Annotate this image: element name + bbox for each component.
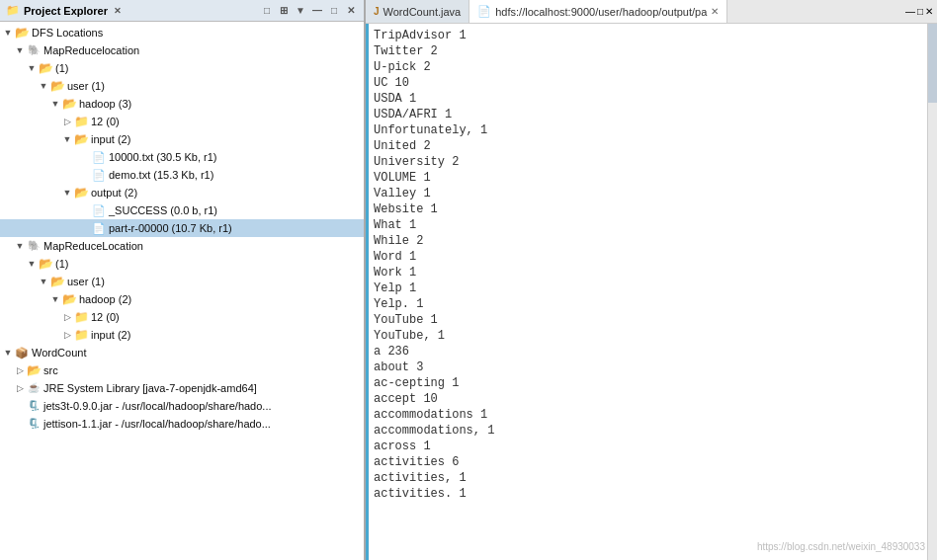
tree-item-mapreducelocation-2[interactable]: ▼ 🐘 MapReduceLocation xyxy=(0,237,364,255)
file-line: What 1 xyxy=(374,217,929,233)
toggle-input2-2[interactable]: ▷ xyxy=(61,327,73,343)
restore-icon[interactable]: □ xyxy=(327,4,341,18)
tree-item-12-0-2[interactable]: ▷ 📁 12 (0) xyxy=(0,308,364,326)
tree-item-src[interactable]: ▷ 📂 src xyxy=(0,361,364,379)
tab-hdfs-file[interactable]: 📄 hdfs://localhost:9000/user/hadoop/outp… xyxy=(469,0,727,23)
input2-label: input (2) xyxy=(91,131,130,147)
toggle-src[interactable]: ▷ xyxy=(14,362,26,378)
toggle-user1[interactable]: ▼ xyxy=(38,78,49,94)
tab-hdfs-close-button[interactable]: ✕ xyxy=(711,6,719,17)
panel-close-icon[interactable]: — xyxy=(310,4,324,18)
tree-item-jets3t[interactable]: 🗜️ jets3t-0.9.0.jar - /usr/local/hadoop/… xyxy=(0,397,364,415)
elephant-icon-2: 🐘 xyxy=(26,239,42,253)
panel-header-left: 📁 Project Explorer ✕ xyxy=(6,4,122,17)
toggle-input2[interactable]: ▼ xyxy=(61,131,73,147)
tree-item-input2-2[interactable]: ▷ 📁 input (2) xyxy=(0,326,364,344)
toggle-hadoop3[interactable]: ▼ xyxy=(49,96,61,112)
file-success-icon: 📄 xyxy=(91,203,107,217)
toggle-hadoop2[interactable]: ▼ xyxy=(49,291,61,307)
file-line: U-pick 2 xyxy=(374,59,929,75)
project-tree: ▼ 📂 DFS Locations ▼ 🐘 MapReducelocation … xyxy=(0,22,364,560)
file-line: YouTube 1 xyxy=(374,312,929,328)
toggle-mrl2[interactable]: ▼ xyxy=(14,238,26,254)
output2-label: output (2) xyxy=(91,185,137,200)
toggle-g1[interactable]: ▼ xyxy=(26,60,38,76)
tree-item-hadoop3[interactable]: ▼ 📂 hadoop (3) xyxy=(0,95,364,113)
tree-item-output2[interactable]: ▼ 📂 output (2) xyxy=(0,184,364,201)
project-explorer-header: 📁 Project Explorer ✕ □ ⊞ ▼ — □ ✕ xyxy=(0,0,364,22)
tree-item-user1[interactable]: ▼ 📂 user (1) xyxy=(0,77,364,95)
tree-item-success[interactable]: 📄 _SUCCESS (0.0 b, r1) xyxy=(0,201,364,219)
main-window: 📁 Project Explorer ✕ □ ⊞ ▼ — □ ✕ ▼ xyxy=(0,0,937,560)
file-line: USDA/AFRI 1 xyxy=(374,107,929,122)
file-line: activities 6 xyxy=(374,454,929,470)
toggle-12-0-2[interactable]: ▷ xyxy=(61,309,73,325)
maximize-icon[interactable]: ⊞ xyxy=(277,4,291,18)
file-line: USDA 1 xyxy=(374,91,929,107)
no-toggle-success xyxy=(79,202,91,218)
scrollbar-track[interactable] xyxy=(927,24,937,560)
wordcount-label: WordCount xyxy=(32,345,86,360)
toggle-12-0[interactable]: ▷ xyxy=(61,114,73,129)
tree-item-user2[interactable]: ▼ 📂 user (1) xyxy=(0,273,364,290)
12-0-label: 12 (0) xyxy=(91,114,120,129)
dfs-folder-icon: 📂 xyxy=(14,26,30,40)
group2-label: (1) xyxy=(55,256,68,272)
tree-item-group2[interactable]: ▼ 📂 (1) xyxy=(0,255,364,273)
hadoop2-label: hadoop (2) xyxy=(79,291,131,307)
file-line: TripAdvisor 1 xyxy=(374,28,929,43)
tree-item-wordcount[interactable]: ▼ 📦 WordCount xyxy=(0,344,364,361)
file-line: about 3 xyxy=(374,360,929,375)
minimize-icon[interactable]: □ xyxy=(260,4,274,18)
tree-item-mapreducelocation-1[interactable]: ▼ 🐘 MapReducelocation xyxy=(0,41,364,59)
user2-folder-icon: 📂 xyxy=(49,275,65,288)
toggle-dfs[interactable]: ▼ xyxy=(2,25,14,40)
watermark-text: https://blog.csdn.net/weixin_48930033 xyxy=(757,541,925,552)
elephant-icon-1: 🐘 xyxy=(26,43,42,57)
file-line: a 236 xyxy=(374,344,929,360)
restore-window-icon[interactable]: □ xyxy=(917,6,923,17)
toggle-mrl1[interactable]: ▼ xyxy=(14,42,26,58)
close-marker-icon[interactable]: ✕ xyxy=(114,6,122,16)
toggle-user2[interactable]: ▼ xyxy=(38,274,49,289)
menu-icon[interactable]: ▼ xyxy=(294,4,307,18)
jettison-jar-icon: 🗜️ xyxy=(26,417,42,431)
file-content-area[interactable]: TripAdvisor 1Twitter 2U-pick 2UC 10USDA … xyxy=(366,24,937,560)
hadoop3-folder-icon: 📂 xyxy=(61,97,77,111)
jre-label: JRE System Library [java-7-openjdk-amd64… xyxy=(43,380,257,396)
user1-folder-icon: 📂 xyxy=(49,79,65,93)
mapreducelocation-2-label: MapReduceLocation xyxy=(43,238,143,254)
file-part-r-label: part-r-00000 (10.7 Kb, r1) xyxy=(109,220,232,236)
tree-item-jre[interactable]: ▷ ☕ JRE System Library [java-7-openjdk-a… xyxy=(0,379,364,397)
tree-item-dfs-locations[interactable]: ▼ 📂 DFS Locations xyxy=(0,24,364,41)
jre-icon: ☕ xyxy=(26,381,42,395)
scrollbar-thumb[interactable] xyxy=(928,24,937,103)
project-explorer-folder-icon: 📁 xyxy=(6,4,20,17)
panel-x-icon[interactable]: ✕ xyxy=(344,4,358,18)
toggle-g2[interactable]: ▼ xyxy=(26,256,38,272)
tree-item-jettison[interactable]: 🗜️ jettison-1.1.jar - /usr/local/hadoop/… xyxy=(0,415,364,433)
file-line: Unfortunately, 1 xyxy=(374,122,929,138)
tree-item-group1[interactable]: ▼ 📂 (1) xyxy=(0,59,364,77)
toggle-jre[interactable]: ▷ xyxy=(14,380,26,396)
toggle-wordcount[interactable]: ▼ xyxy=(2,345,14,360)
toggle-output2[interactable]: ▼ xyxy=(61,185,73,200)
tree-item-input2[interactable]: ▼ 📂 input (2) xyxy=(0,130,364,148)
group1-label: (1) xyxy=(55,60,68,76)
file-demo-label: demo.txt (15.3 Kb, r1) xyxy=(109,167,213,183)
no-toggle-demo xyxy=(79,167,91,183)
no-toggle-10000 xyxy=(79,149,91,165)
tab-wordcount-java[interactable]: J WordCount.java xyxy=(366,0,469,23)
close-window-icon[interactable]: ✕ xyxy=(925,6,933,17)
file-line: VOLUME 1 xyxy=(374,170,929,186)
tree-item-demotxt[interactable]: 📄 demo.txt (15.3 Kb, r1) xyxy=(0,166,364,184)
tree-item-part-r[interactable]: 📄 part-r-00000 (10.7 Kb, r1) xyxy=(0,219,364,237)
input2-2-folder-icon: 📁 xyxy=(73,328,89,342)
tree-item-hadoop2[interactable]: ▼ 📂 hadoop (2) xyxy=(0,290,364,308)
file-line: ac-cepting 1 xyxy=(374,375,929,391)
minimize-window-icon[interactable]: — xyxy=(905,6,915,17)
tree-item-10000txt[interactable]: 📄 10000.txt (30.5 Kb, r1) xyxy=(0,148,364,166)
project-explorer-title: Project Explorer xyxy=(24,5,108,17)
tree-item-12-0[interactable]: ▷ 📁 12 (0) xyxy=(0,113,364,130)
hadoop2-folder-icon: 📂 xyxy=(61,292,77,306)
